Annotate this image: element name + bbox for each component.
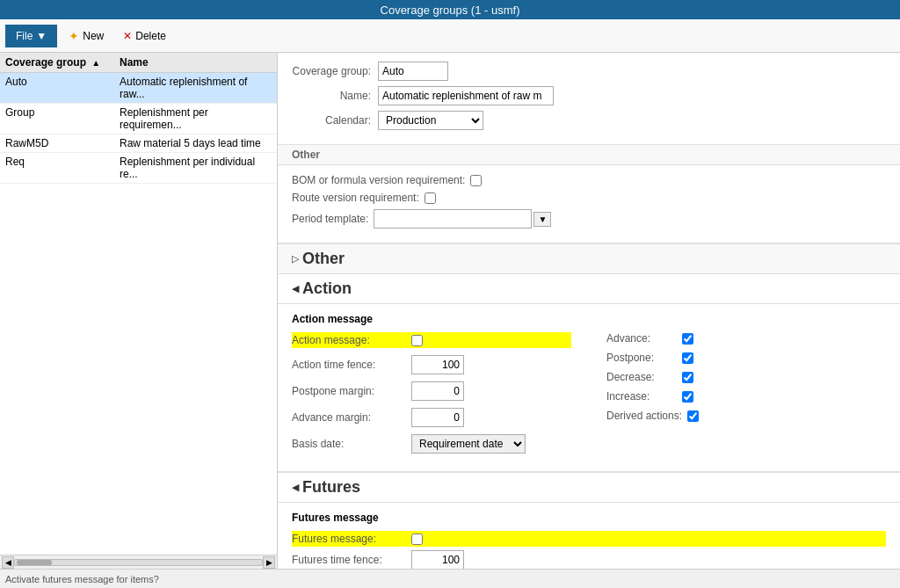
postpone-margin-input[interactable] [411,381,464,401]
derived-actions-checkbox[interactable] [687,410,699,422]
action-right: Advance: Postpone: Decrease: [606,332,886,457]
advance-checkbox[interactable] [682,333,693,345]
other-collapsed-label: Other [292,149,320,161]
futures-message-row: Futures message: [292,531,886,547]
postpone-checkbox[interactable] [682,352,693,364]
col1-header: Coverage group ▲ [5,56,120,69]
period-dropdown-arrow[interactable]: ▼ [533,212,551,227]
bom-row: BOM or formula version requirement: [292,174,886,186]
futures-message-subtitle: Futures message [292,512,886,524]
action-section: Action message Action message: Action ti… [278,304,900,472]
delete-button[interactable]: ✕ Delete [115,25,174,47]
futures-toggle-icon: ◀ [292,482,299,493]
route-label: Route version requirement: [292,192,419,204]
action-grid: Action message: Action time fence: Postp… [292,332,886,457]
futures-time-fence-row: Futures time fence: [292,550,886,569]
other-section: BOM or formula version requirement: Rout… [278,165,900,243]
new-button[interactable]: ✦ New [61,25,112,47]
list-item[interactable]: Group Replenishment per requiremen... [0,104,277,134]
advance-margin-input[interactable] [411,408,464,427]
form-top: Coverage group: Name: Calendar: Producti… [278,53,900,145]
item-group: Req [5,156,120,180]
basis-date-select[interactable]: Requirement date [411,434,526,454]
scroll-right-arrow[interactable]: ▶ [263,556,275,569]
coverage-group-label: Coverage group: [292,65,371,77]
period-input[interactable] [374,209,532,229]
increase-label: Increase: [606,390,677,403]
title-bar: Coverage groups (1 - usmf) [0,0,900,19]
period-label: Period template: [292,213,368,225]
derived-actions-row: Derived actions: [606,410,886,422]
other-section-title: Other [302,250,345,268]
action-time-fence-row: Action time fence: [292,355,571,374]
item-name: Raw material 5 days lead time [120,137,272,149]
decrease-row: Decrease: [606,371,886,383]
route-checkbox[interactable] [425,192,436,204]
new-label: New [83,30,104,42]
name-row: Name: [292,86,886,105]
delete-icon: ✕ [123,30,132,42]
new-icon: ✦ [69,29,79,43]
calendar-row: Calendar: Production [292,111,886,130]
advance-margin-row: Advance margin: [292,408,571,427]
scroll-track[interactable] [14,559,263,566]
name-label: Name: [292,90,371,102]
list-item[interactable]: Req Replenishment per individual re... [0,153,277,184]
list-header: Coverage group ▲ Name [0,53,277,73]
window-title: Coverage groups (1 - usmf) [381,4,520,17]
calendar-select[interactable]: Production [378,111,483,130]
list-item[interactable]: Auto Automatic replenishment of raw... [0,73,277,104]
left-panel: Coverage group ▲ Name Auto Automatic rep… [0,53,278,569]
action-section-header[interactable]: ◀ Action [278,274,900,304]
basis-date-row: Basis date: Requirement date [292,434,571,454]
list-items: Auto Automatic replenishment of raw... G… [0,73,277,555]
item-group: RawM5D [5,137,120,149]
futures-message-checkbox[interactable] [411,534,423,545]
item-name: Replenishment per individual re... [120,156,272,180]
action-time-fence-input[interactable] [411,355,464,374]
advance-margin-label: Advance margin: [292,411,406,424]
increase-checkbox[interactable] [682,391,693,403]
postpone-label: Postpone: [606,352,677,364]
advance-label: Advance: [606,332,677,345]
list-item[interactable]: RawM5D Raw material 5 days lead time [0,134,277,153]
coverage-group-row: Coverage group: [292,62,886,81]
action-section-title: Action [302,279,352,298]
sort-arrow-icon: ▲ [91,58,100,68]
file-label: File [16,30,33,42]
delete-label: Delete [135,30,166,42]
action-left: Action message: Action time fence: Postp… [292,332,571,457]
horizontal-scrollbar[interactable]: ◀ ▶ [0,555,277,569]
other-section-header[interactable]: ▷ Other [278,243,900,274]
decrease-checkbox[interactable] [682,372,693,383]
status-bar: Activate futures message for items? [0,569,900,588]
bom-label: BOM or formula version requirement: [292,174,465,186]
scroll-left-arrow[interactable]: ◀ [2,556,14,569]
item-name: Automatic replenishment of raw... [120,76,272,100]
futures-message-label: Futures message: [292,533,406,545]
action-message-label: Action message: [292,334,406,346]
right-panel: Coverage group: Name: Calendar: Producti… [278,53,900,569]
file-arrow: ▼ [36,30,47,42]
basis-date-label: Basis date: [292,438,406,450]
futures-section-header[interactable]: ◀ Futures [278,472,900,503]
bom-checkbox[interactable] [470,175,482,186]
file-button[interactable]: File ▼ [5,25,57,47]
col2-header: Name [120,56,272,69]
coverage-group-input[interactable] [378,62,448,81]
postpone-margin-label: Postpone margin: [292,385,406,397]
action-message-subtitle: Action message [292,313,886,325]
action-message-checkbox[interactable] [411,335,423,346]
other-toggle-icon: ▷ [292,253,299,265]
postpone-row: Postpone: [606,352,886,364]
advance-row: Advance: [606,332,886,345]
action-message-row: Action message: [292,332,571,348]
name-input[interactable] [378,86,554,105]
futures-section: Futures message Futures message: Futures… [278,503,900,569]
futures-time-fence-input[interactable] [411,550,464,569]
item-group: Group [5,106,120,131]
item-name: Replenishment per requiremen... [120,106,272,131]
ribbon: File ▼ ✦ New ✕ Delete [0,19,900,53]
scroll-thumb [17,560,52,565]
status-text: Activate futures message for items? [5,574,159,584]
